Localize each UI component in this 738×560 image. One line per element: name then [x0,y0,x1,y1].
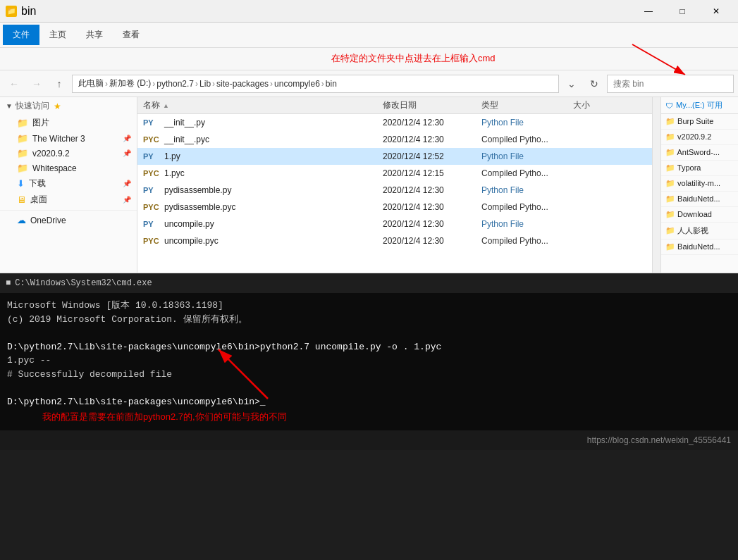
refresh-button[interactable]: ↻ [584,74,604,94]
path-segment-3: Lib [199,79,211,89]
ribbon: 文件 主页 共享 查看 [0,23,738,48]
url-bar: https://blog.csdn.net/weixin_45556441 [0,430,738,450]
explorer-body: ▼ 快速访问 ★ 📁 图片 📁 The Witcher 3 📌 📁 v2020.… [0,97,738,273]
quick-access-label: 快速访问 [16,100,49,112]
col-header-name[interactable]: 名称 ▲ [137,99,377,111]
right-panel-item[interactable]: 📁 Burp Suite [661,114,738,130]
path-segment-2: python2.7 [156,79,194,89]
table-row[interactable]: PYC __init__.pyc 2020/12/4 12:30 Compile… [137,131,652,148]
svg-line-1 [632,44,685,75]
path-segment-0: 此电脑 [78,77,104,89]
cmd-title-bar: ■ C:\Windows\System32\cmd.exe [0,273,738,293]
sidebar-item-desktop[interactable]: 🖥 桌面 📌 [0,192,137,208]
folder-icon: 📁 [665,179,675,187]
address-path[interactable]: 此电脑 › 新加卷 (D:) › python2.7 › Lib › site-… [72,75,559,93]
cmd-red-arrow-icon [197,321,338,406]
cmd-line-3: D:\python2.7\Lib\site-packages\uncompyle… [7,340,731,354]
sidebar-item-v2020[interactable]: 📁 v2020.9.2 📌 [0,146,137,161]
search-input[interactable] [607,75,734,93]
pin-icon: 📌 [123,149,131,157]
col-header-type[interactable]: 类型 [476,99,567,111]
right-panel-item[interactable]: 📁 AntSword-... [661,145,738,161]
cmd-line-4: 1.pyc -- [7,354,731,368]
pin-icon: 📌 [123,180,131,187]
sidebar-item-witcher[interactable]: 📁 The Witcher 3 📌 [0,131,137,146]
right-panel-item[interactable]: 📁 volatility-m... [661,176,738,192]
close-button[interactable]: ✕ [700,0,732,23]
file-icon: PYC [143,237,161,245]
path-segment-5: uncompyle6 [274,79,320,89]
maximize-button[interactable]: □ [666,0,699,23]
sidebar-item-pictures[interactable]: 📁 图片 [0,115,137,131]
file-type: Python File [481,151,524,161]
cmd-icon: ■ [6,278,11,288]
right-panel-item[interactable]: 📁 v2020.9.2 [661,130,738,145]
file-rows-container: PY __init__.py 2020/12/4 12:30 Python Fi… [137,114,652,249]
cmd-line-2 [7,326,731,340]
sidebar-item-onedrive[interactable]: ☁ OneDrive [0,213,137,228]
path-segment-1: 新加卷 (D:) [109,77,151,89]
cmd-line-1: (c) 2019 Microsoft Corporation. 保留所有权利。 [7,313,731,327]
table-row[interactable]: PY uncompile.py 2020/12/4 12:30 Python F… [137,216,652,232]
right-panel-item[interactable]: 📁 Typora [661,161,738,176]
table-row[interactable]: PYC pydisassemble.pyc 2020/12/4 12:30 Co… [137,199,652,216]
window-controls[interactable]: — □ ✕ [632,0,732,23]
right-panel-item[interactable]: 📁 BaiduNetd... [661,239,738,255]
sidebar-item-download-label: 下载 [29,178,46,189]
star-icon: ★ [54,101,61,111]
folder-icon: 📁 [665,226,675,235]
forward-button[interactable]: → [27,74,47,94]
file-date: 2020/12/4 12:30 [383,219,444,229]
top-annotation-text: 在特定的文件夹中点进去在上框输入cmd [331,52,496,65]
table-row[interactable]: PY pydisassemble.py 2020/12/4 12:30 Pyth… [137,182,652,199]
file-icon: PY [143,220,161,228]
right-panel-item[interactable]: 📁 人人影视 [661,223,738,239]
folder-icon: 🖥 [17,194,26,205]
file-icon: PY [143,186,161,194]
quick-access-arrow-icon: ▼ [6,102,13,110]
table-row[interactable]: PYC 1.pyc 2020/12/4 12:15 Compiled Pytho… [137,165,652,182]
table-row[interactable]: PY __init__.py 2020/12/4 12:30 Python Fi… [137,114,652,131]
sidebar-item-whitespace[interactable]: 📁 Whitespace [0,161,137,175]
folder-icon: 📁 [665,210,675,218]
folder-icon: 📁 [17,148,28,158]
table-row[interactable]: PY 1.py 2020/12/4 12:52 Python File [137,148,652,165]
file-type: Python File [481,118,524,127]
sidebar: ▼ 快速访问 ★ 📁 图片 📁 The Witcher 3 📌 📁 v2020.… [0,97,137,273]
right-panel-item[interactable]: 📁 Download [661,207,738,223]
pin-icon: 📌 [123,196,131,204]
up-button[interactable]: ↑ [49,74,69,94]
ribbon-tab-view[interactable]: 查看 [113,25,149,45]
col-header-size[interactable]: 大小 [567,99,617,111]
ribbon-tab-share[interactable]: 共享 [76,25,113,45]
address-dropdown-button[interactable]: ⌄ [562,74,582,94]
sidebar-item-download[interactable]: ⬇ 下载 📌 [0,175,137,192]
table-row[interactable]: PYC uncompile.pyc 2020/12/4 12:30 Compil… [137,232,652,249]
file-date: 2020/12/4 12:30 [383,202,444,212]
file-type: Compiled Pytho... [481,168,548,178]
sidebar-item-witcher-label: The Witcher 3 [32,134,85,144]
sidebar-item-desktop-label: 桌面 [30,194,47,206]
top-annotation-bar: 在特定的文件夹中点进去在上框输入cmd [0,48,738,70]
ribbon-tab-file[interactable]: 文件 [3,25,39,45]
col-header-date[interactable]: 修改日期 [377,99,476,111]
file-date: 2020/12/4 12:30 [383,118,444,127]
right-panel-item[interactable]: 📁 BaiduNetd... [661,192,738,207]
file-date: 2020/12/4 12:30 [383,185,444,195]
scrollbar-vertical[interactable] [652,97,660,273]
file-date: 2020/12/4 12:30 [383,236,444,246]
sidebar-item-whitespace-label: Whitespace [32,163,77,173]
url-text: https://blog.csdn.net/weixin_45556441 [587,435,731,445]
back-button[interactable]: ← [4,74,24,94]
ribbon-tab-home[interactable]: 主页 [39,25,76,45]
onedrive-icon: ☁ [17,215,26,225]
file-icon: PYC [143,135,161,144]
minimize-button[interactable]: — [632,0,665,23]
cmd-window: ■ C:\Windows\System32\cmd.exe Microsoft … [0,273,738,430]
file-type: Compiled Pytho... [481,135,548,144]
svg-line-3 [219,349,268,399]
folder-icon: 📁 [665,148,675,156]
sidebar-item-onedrive-label: OneDrive [30,216,66,225]
folder-icon: 📁 [17,118,28,128]
file-list: 名称 ▲ 修改日期 类型 大小 PY __init__.py 2020/12/4… [137,97,652,273]
